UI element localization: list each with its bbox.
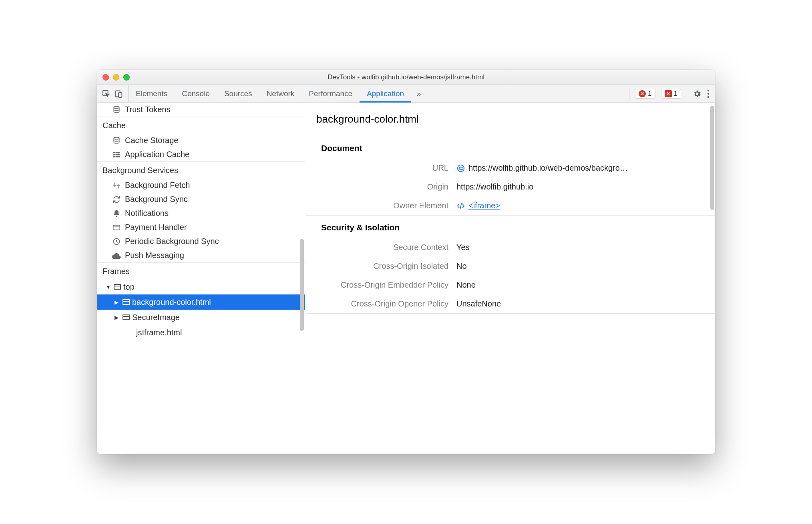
more-options-icon[interactable] (707, 89, 709, 98)
frame-title: background-color.html (305, 103, 715, 136)
error-badge-1[interactable]: ✕ 1 (635, 89, 655, 99)
frame-icon (123, 314, 130, 320)
frame-background-color[interactable]: ▶ background-color.html (97, 294, 305, 310)
origin-value: https://wolfib.github.io (456, 182, 533, 191)
window-title: DevTools - wolfib.github.io/web-demos/js… (97, 73, 715, 81)
bell-icon (112, 210, 121, 218)
svg-point-7 (114, 137, 119, 139)
frame-icon (114, 284, 121, 290)
disclosure-triangle-icon[interactable]: ▼ (106, 284, 111, 290)
sidebar-item-payment-handler[interactable]: Payment Handler (97, 220, 305, 234)
maximize-window-button[interactable] (123, 74, 130, 81)
database-icon (112, 137, 121, 145)
sync-icon (112, 195, 121, 204)
row-secure-context: Secure Context Yes (305, 238, 715, 257)
error-badge-2[interactable]: ✕ 1 (661, 89, 681, 99)
sidebar-item-periodic-sync[interactable]: Periodic Background Sync (97, 234, 305, 248)
svg-rect-2 (119, 93, 122, 97)
row-cross-origin-isolated: Cross-Origin Isolated No (305, 257, 715, 276)
svg-rect-11 (116, 154, 120, 155)
sidebar-item-cache-storage[interactable]: Cache Storage (97, 133, 305, 147)
devtools-window: DevTools - wolfib.github.io/web-demos/js… (97, 70, 715, 454)
sidebar-item-push-messaging[interactable]: Push Messaging (97, 248, 305, 262)
svg-point-3 (707, 89, 709, 91)
url-value: https://wolfib.github.io/web-demos/backg… (468, 163, 628, 173)
sidebar-item-bg-fetch[interactable]: Background Fetch (97, 178, 305, 192)
window-controls (103, 74, 130, 81)
svg-rect-13 (116, 156, 120, 157)
svg-point-6 (114, 106, 119, 108)
separator (629, 89, 629, 99)
tab-console[interactable]: Console (175, 85, 217, 102)
close-window-button[interactable] (103, 74, 109, 81)
svg-rect-12 (113, 156, 115, 157)
application-sidebar: Trust Tokens Cache Cache Storage Applica… (97, 103, 305, 454)
row-coep: Cross-Origin Embedder Policy None (305, 276, 715, 294)
tab-sources[interactable]: Sources (217, 85, 259, 102)
main-toolbar: Elements Console Sources Network Perform… (97, 85, 715, 103)
clock-icon (112, 238, 121, 246)
section-security: Security & Isolation (305, 216, 715, 238)
cloud-icon (112, 252, 121, 259)
sidebar-item-notifications[interactable]: Notifications (97, 206, 305, 220)
tab-network[interactable]: Network (259, 85, 302, 102)
error-circle-icon: ✕ (639, 90, 646, 97)
settings-icon[interactable] (693, 89, 701, 98)
row-url: URL https://wolfib.github.io/web-demos/b… (305, 159, 715, 177)
section-document: Document (305, 136, 715, 159)
row-owner-element: Owner Element <iframe> (305, 196, 715, 215)
error-square-icon: ✕ (665, 90, 672, 97)
titlebar: DevTools - wolfib.github.io/web-demos/js… (97, 70, 715, 85)
main-scrollbar[interactable] (710, 106, 714, 210)
database-icon (112, 106, 121, 114)
frame-secure-image[interactable]: ▶ SecureImage (97, 310, 305, 325)
device-toolbar-icon[interactable] (115, 89, 123, 98)
tabs-overflow-icon[interactable]: » (411, 89, 427, 98)
frame-icon (123, 299, 130, 305)
sidebar-item-trust-tokens[interactable]: Trust Tokens (97, 103, 305, 117)
svg-rect-9 (116, 152, 120, 153)
sidebar-group-frames: Frames (97, 262, 305, 279)
frame-top[interactable]: ▼ top (97, 279, 305, 294)
tab-performance[interactable]: Performance (301, 85, 360, 102)
owner-element-link[interactable]: <iframe> (468, 201, 500, 210)
tab-application[interactable]: Application (360, 85, 411, 102)
sidebar-group-bg-services: Background Services (97, 161, 305, 178)
panel-tabs: Elements Console Sources Network Perform… (129, 85, 427, 102)
svg-point-5 (707, 96, 709, 97)
reveal-source-icon[interactable] (456, 164, 465, 173)
svg-rect-10 (113, 154, 115, 155)
svg-rect-14 (113, 225, 120, 230)
disclosure-triangle-icon[interactable]: ▶ (115, 314, 120, 320)
inspect-element-icon[interactable] (102, 89, 111, 98)
sidebar-item-bg-sync[interactable]: Background Sync (97, 192, 305, 206)
minimize-window-button[interactable] (113, 74, 119, 81)
transfer-icon (112, 181, 121, 189)
tab-elements[interactable]: Elements (129, 85, 175, 102)
svg-rect-8 (113, 152, 115, 153)
grid-icon (112, 151, 121, 158)
element-icon[interactable] (456, 202, 465, 210)
frame-details-panel: background-color.html Document URL https… (305, 103, 715, 454)
svg-rect-18 (459, 167, 463, 169)
svg-point-4 (707, 93, 709, 94)
sidebar-item-application-cache[interactable]: Application Cache (97, 147, 305, 161)
row-origin: Origin https://wolfib.github.io (305, 177, 715, 196)
disclosure-triangle-icon[interactable]: ▶ (115, 299, 120, 305)
credit-card-icon (112, 224, 121, 232)
sidebar-scrollbar[interactable] (300, 239, 304, 331)
separator (687, 89, 687, 99)
separator (305, 313, 715, 314)
row-coop: Cross-Origin Opener Policy UnsafeNone (305, 294, 715, 313)
frame-jsiframe[interactable]: ▶ jsIframe.html (97, 325, 305, 340)
sidebar-group-cache: Cache (97, 117, 305, 133)
